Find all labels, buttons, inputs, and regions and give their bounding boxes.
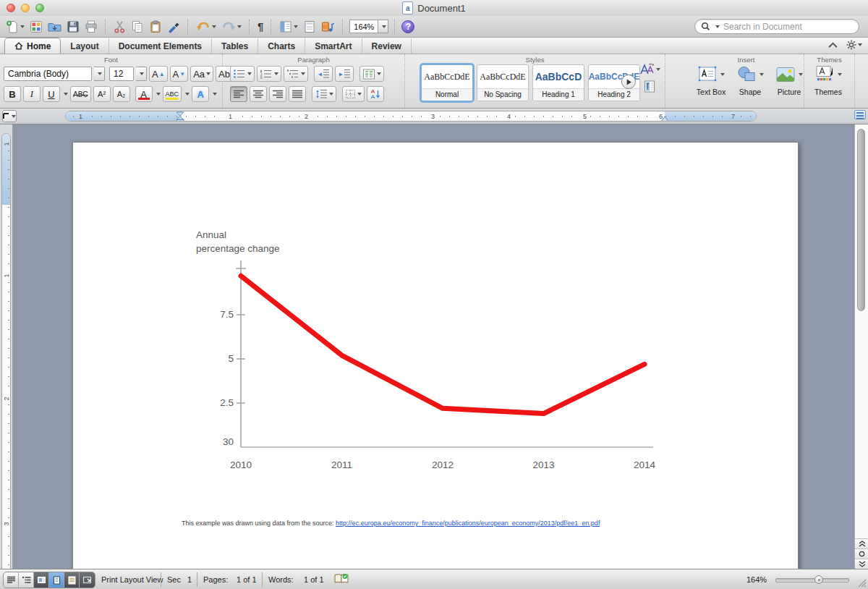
tab-review[interactable]: Review — [362, 38, 412, 54]
zoom-combo[interactable]: 164% — [349, 20, 388, 33]
outline-view-button[interactable] — [19, 572, 34, 588]
align-left-button[interactable] — [230, 86, 247, 102]
superscript-button[interactable]: A² — [93, 86, 111, 102]
zoom-value[interactable]: 164% — [349, 20, 378, 33]
scrollbar-thumb[interactable] — [857, 129, 865, 311]
font-color-caret[interactable] — [156, 93, 161, 96]
font-name-caret[interactable] — [94, 67, 105, 81]
resize-grip[interactable] — [856, 577, 867, 588]
underline-button[interactable]: U — [43, 86, 60, 102]
search-box[interactable] — [694, 19, 859, 34]
style-heading-1[interactable]: AaBbCcDHeading 1 — [532, 64, 584, 101]
source-link[interactable]: http://ec.europa.eu/economy_finance/publ… — [336, 520, 600, 527]
numbering-button[interactable] — [257, 66, 281, 82]
paste-button[interactable] — [148, 18, 163, 35]
font-name-combo[interactable]: Cambria (Body) — [4, 67, 92, 81]
subscript-button[interactable]: A₂ — [113, 86, 130, 102]
draft-view-button[interactable] — [4, 572, 19, 588]
tab-tables[interactable]: Tables — [212, 38, 258, 54]
tab-layout[interactable]: Layout — [61, 38, 109, 54]
print-layout-view-button[interactable] — [49, 572, 64, 588]
style-guides-button[interactable] — [644, 80, 655, 96]
collapse-ribbon-button[interactable] — [828, 42, 838, 48]
pages-value[interactable]: 1 of 1 — [237, 575, 257, 584]
cut-button[interactable] — [112, 18, 127, 35]
tab-document-elements[interactable]: Document Elements — [109, 38, 212, 54]
ribbon-settings-button[interactable] — [846, 40, 862, 50]
spelling-status-icon[interactable] — [334, 573, 349, 585]
tab-charts[interactable]: Charts — [258, 38, 305, 54]
horizontal-ruler[interactable]: 11234567 — [65, 111, 757, 122]
line-chart[interactable] — [73, 143, 799, 548]
font-size-combo[interactable]: 12 — [109, 67, 134, 81]
borders-button[interactable] — [342, 86, 365, 102]
status-zoom-value[interactable]: 164% — [746, 575, 767, 584]
words-value[interactable]: 1 of 1 — [304, 575, 324, 584]
previous-page-button[interactable] — [855, 538, 868, 548]
copy-button[interactable] — [129, 18, 145, 35]
publishing-layout-view-button[interactable] — [34, 572, 49, 588]
bold-button[interactable]: B — [4, 86, 21, 102]
zoom-caret-button[interactable] — [378, 20, 388, 33]
show-marks-button[interactable]: ¶ — [256, 18, 265, 35]
sidebar-view-button[interactable] — [278, 18, 299, 35]
more-styles-button[interactable] — [621, 75, 636, 89]
vertical-ruler[interactable]: 1123 — [0, 124, 13, 569]
style-normal[interactable]: AaBbCcDdENormal — [421, 64, 473, 101]
vertical-scrollbar[interactable] — [854, 124, 868, 569]
justify-button[interactable] — [289, 86, 306, 102]
text-effects-button[interactable]: A — [192, 86, 209, 102]
highlight-caret[interactable] — [185, 93, 190, 96]
grow-font-button[interactable]: A▲ — [149, 66, 168, 82]
print-button[interactable] — [83, 18, 99, 35]
next-page-button[interactable] — [855, 559, 868, 569]
change-case-button[interactable]: Aa — [190, 66, 213, 82]
font-color-button[interactable]: A — [135, 86, 153, 102]
align-right-button[interactable] — [269, 86, 286, 102]
highlight-button[interactable]: ABC — [163, 86, 182, 102]
document-page[interactable]: Annual percentage change 7.552.530201020… — [72, 142, 799, 569]
text-styles-button[interactable] — [639, 63, 660, 76]
increase-indent-button[interactable] — [335, 66, 354, 82]
open-button[interactable] — [46, 18, 63, 35]
view-name[interactable]: Print Layout View — [101, 575, 163, 584]
text-effects-caret[interactable] — [213, 93, 217, 96]
zoom-slider-knob[interactable] — [814, 575, 823, 584]
line-spacing-button[interactable] — [312, 86, 336, 102]
right-indent-marker[interactable] — [660, 116, 669, 122]
tab-selector-button[interactable] — [2, 110, 17, 122]
bullets-button[interactable] — [230, 66, 255, 82]
help-button[interactable]: ? — [401, 20, 414, 33]
align-center-button[interactable] — [250, 86, 267, 102]
sort-button[interactable] — [367, 86, 384, 102]
format-painter-button[interactable] — [166, 18, 182, 35]
decrease-indent-button[interactable] — [314, 66, 333, 82]
shrink-font-button[interactable]: A▼ — [170, 66, 189, 82]
redo-button[interactable] — [220, 18, 243, 35]
save-button[interactable] — [65, 18, 81, 35]
gallery-button[interactable] — [28, 18, 44, 35]
select-browse-object-button[interactable] — [855, 548, 868, 559]
insert-text-box-button[interactable]: Text Box — [693, 64, 729, 96]
focus-view-button[interactable] — [80, 572, 95, 588]
media-browser-button[interactable] — [320, 18, 336, 35]
strikethrough-button[interactable]: ABC — [70, 86, 91, 102]
style-no-spacing[interactable]: AaBbCcDdENo Spacing — [477, 64, 529, 101]
font-size-caret[interactable] — [136, 67, 147, 81]
columns-button[interactable] — [359, 66, 384, 82]
new-document-button[interactable] — [4, 18, 26, 35]
search-input[interactable] — [722, 21, 853, 33]
italic-button[interactable]: I — [23, 86, 41, 102]
undo-button[interactable] — [195, 18, 218, 35]
notebook-layout-view-button[interactable] — [64, 572, 80, 588]
themes-button[interactable]: Themes — [810, 64, 846, 96]
tab-smartart[interactable]: SmartArt — [305, 38, 362, 54]
tab-home[interactable]: Home — [4, 38, 61, 54]
underline-caret[interactable] — [64, 93, 68, 96]
insert-shape-button[interactable]: Shape — [732, 64, 768, 96]
header-footer-button[interactable] — [302, 18, 318, 35]
ruler-toggle-button[interactable] — [854, 110, 866, 119]
insert-picture-button[interactable]: Picture — [771, 64, 807, 96]
chart-series-line[interactable] — [241, 276, 644, 413]
indent-markers[interactable] — [176, 111, 184, 122]
